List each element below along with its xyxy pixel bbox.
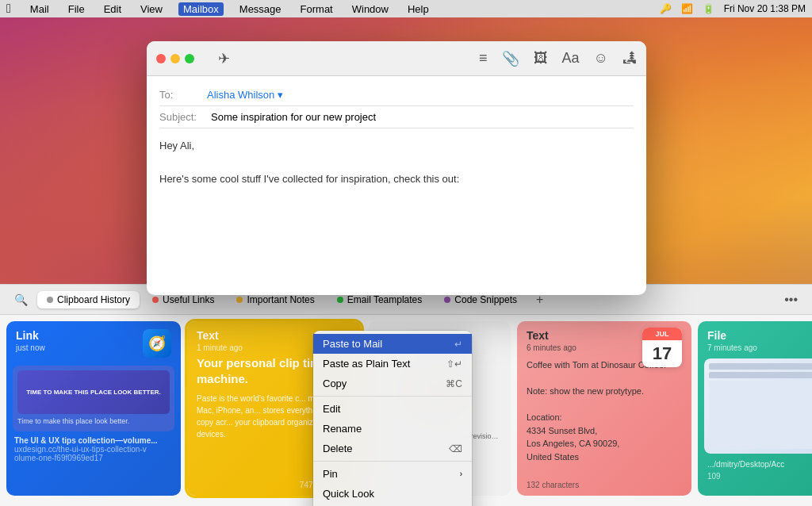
- password-icon: 🔑: [660, 3, 672, 14]
- context-menu: Paste to Mail ↵ Paste as Plain Text ⇧↵ C…: [313, 331, 472, 506]
- link-card-header: Link just now 🧭: [6, 321, 181, 361]
- mail-subject-field[interactable]: Subject: Some inspiration for our new pr…: [159, 106, 634, 128]
- more-button[interactable]: •••: [778, 289, 804, 310]
- subject-label: Subject:: [159, 111, 211, 123]
- desktop: ✈ ≡ 📎 🖼 Aa ☺ 🏞 To: Alisha Whilson ▾ Subj…: [0, 17, 812, 506]
- delete-shortcut: ⌫: [449, 443, 462, 454]
- menu-copy[interactable]: Copy ⌘C: [313, 374, 472, 393]
- file-card-path: .../dmitry/Desktop/Acc: [698, 457, 812, 472]
- menu-quick-look[interactable]: Quick Look: [313, 484, 472, 504]
- maximize-button[interactable]: [185, 54, 194, 63]
- subject-value: Some inspiration for our new project: [211, 111, 376, 123]
- mail-compose-window: ✈ ≡ 📎 🖼 Aa ☺ 🏞 To: Alisha Whilson ▾ Subj…: [147, 41, 646, 295]
- text-card-time: 1 minute ago: [197, 343, 243, 352]
- paste-to-mail-shortcut: ↵: [454, 339, 462, 350]
- menu-file[interactable]: File: [65, 3, 88, 15]
- attach-icon[interactable]: 📎: [502, 50, 519, 67]
- important-notes-label: Important Notes: [247, 294, 314, 305]
- link-card-type: Link: [16, 329, 45, 342]
- menu-help[interactable]: Help: [404, 3, 432, 15]
- preview-text1: TIME TO MAKE THIS PLACE LOOK BETTER.: [26, 389, 161, 396]
- menu-pin[interactable]: Pin ›: [313, 464, 472, 484]
- link-footer-url: uxdesign.cc/the-ui-ux-tips-collection-vo…: [14, 445, 173, 462]
- link-card-time: just now: [16, 343, 45, 352]
- useful-links-label: Useful Links: [163, 294, 214, 305]
- code-snippets-label: Code Snippets: [454, 294, 517, 305]
- text-pink-header: Text 6 minutes ago JUL 17: [517, 321, 691, 355]
- link-card-footer: The UI & UX tips collection—volume... ux…: [6, 436, 181, 462]
- important-notes-dot: [236, 297, 243, 303]
- email-teamplates-dot: [337, 297, 343, 303]
- pin-label: Pin: [323, 468, 338, 480]
- screenshot-bar2: [709, 372, 812, 378]
- clipboard-history-dot: [47, 297, 53, 303]
- menu-paste-to-mail[interactable]: Paste to Mail ↵: [313, 334, 472, 354]
- to-value[interactable]: Alisha Whilson ▾: [207, 89, 283, 101]
- mail-content[interactable]: Hey Ali, Here's some cool stuff I've col…: [159, 128, 634, 197]
- menu-mailbox[interactable]: Mailbox: [178, 2, 224, 16]
- tab-clipboard-history[interactable]: Clipboard History: [37, 291, 140, 309]
- menu-rename[interactable]: Rename: [313, 419, 472, 439]
- menu-view[interactable]: View: [137, 3, 166, 15]
- mail-toolbar: ≡ 📎 🖼 Aa ☺ 🏞: [479, 50, 637, 67]
- traffic-lights: [156, 54, 194, 63]
- menu-edit[interactable]: Edit: [101, 3, 124, 15]
- send-icon[interactable]: ✈: [218, 50, 230, 67]
- wifi-icon: 📶: [681, 3, 693, 14]
- list-icon[interactable]: ≡: [479, 50, 488, 67]
- apple-menu[interactable]: : [6, 2, 11, 16]
- text-pink-time: 6 minutes ago: [527, 343, 576, 352]
- file-card-characters: 109: [698, 472, 812, 484]
- link-card[interactable]: Link just now 🧭 TIME TO MAKE THIS PLACE …: [6, 321, 181, 496]
- file-screenshot: [704, 358, 812, 454]
- menubar-right: 🔑 📶 🔋 Fri Nov 20 1:38 PM: [660, 3, 806, 14]
- mail-greeting: Hey Ali,: [159, 138, 634, 155]
- file-card-header: File 7 minutes ago: [698, 321, 812, 355]
- file-teal-card[interactable]: File 7 minutes ago .../dmitry/Desktop/Ac…: [698, 321, 812, 496]
- menu-window[interactable]: Window: [349, 3, 392, 15]
- copy-label: Copy: [323, 378, 347, 389]
- menu-divider-2: [313, 461, 472, 462]
- minimize-button[interactable]: [170, 54, 180, 63]
- calendar-day: 17: [642, 340, 682, 367]
- text-pink-characters: 132 characters: [527, 481, 682, 489]
- paste-to-mail-label: Paste to Mail: [323, 338, 382, 350]
- font-icon[interactable]: Aa: [562, 50, 580, 67]
- menu-format[interactable]: Format: [297, 3, 336, 15]
- mail-body: Here's some cool stuff I've collected fo…: [159, 171, 634, 188]
- menu-message[interactable]: Message: [236, 3, 285, 15]
- menu-mail[interactable]: Mail: [27, 3, 52, 15]
- menu-divider-1: [313, 396, 472, 397]
- useful-links-dot: [152, 297, 159, 303]
- mail-body-area: To: Alisha Whilson ▾ Subject: Some inspi…: [147, 76, 646, 205]
- search-button[interactable]: 🔍: [8, 290, 34, 309]
- photo-icon[interactable]: 🖼: [534, 50, 548, 67]
- menu-paste-plain[interactable]: Paste as Plain Text ⇧↵: [313, 354, 472, 374]
- paste-plain-shortcut: ⇧↵: [446, 358, 462, 370]
- mail-titlebar: ✈ ≡ 📎 🖼 Aa ☺ 🏞: [147, 41, 646, 76]
- datetime: Fri Nov 20 1:38 PM: [724, 3, 806, 14]
- preview-text2: Time to make this place look better.: [17, 417, 170, 427]
- delete-label: Delete: [323, 443, 353, 454]
- emoji-icon[interactable]: ☺: [594, 50, 608, 67]
- rename-label: Rename: [323, 423, 362, 435]
- image-toolbar-icon[interactable]: 🏞: [622, 50, 637, 67]
- copy-shortcut: ⌘C: [446, 378, 462, 389]
- text-card-type: Text: [197, 329, 243, 342]
- menu-edit[interactable]: Edit: [313, 399, 472, 419]
- link-footer-title: The UI & UX tips collection—volume...: [14, 436, 173, 445]
- mail-to-field[interactable]: To: Alisha Whilson ▾: [159, 84, 634, 106]
- clipboard-history-label: Clipboard History: [57, 294, 130, 305]
- edit-label: Edit: [323, 403, 340, 415]
- menu-delete[interactable]: Delete ⌫: [313, 439, 472, 458]
- email-teamplates-label: Email Teamplates: [347, 294, 423, 305]
- text-pink-body: Coffee with Tom at Dinosaur Coffee. Note…: [517, 355, 691, 466]
- text-pink-type: Text: [527, 329, 576, 342]
- menubar:  Mail File Edit View Mailbox Message Fo…: [0, 0, 812, 17]
- link-preview-box: TIME TO MAKE THIS PLACE LOOK BETTER. Tim…: [13, 366, 174, 431]
- text-pink-card[interactable]: Text 6 minutes ago JUL 17 Coffee with To…: [517, 321, 691, 496]
- quick-look-label: Quick Look: [323, 488, 374, 500]
- to-label: To:: [159, 89, 207, 101]
- screenshot-bar1: [709, 363, 812, 370]
- close-button[interactable]: [156, 54, 166, 63]
